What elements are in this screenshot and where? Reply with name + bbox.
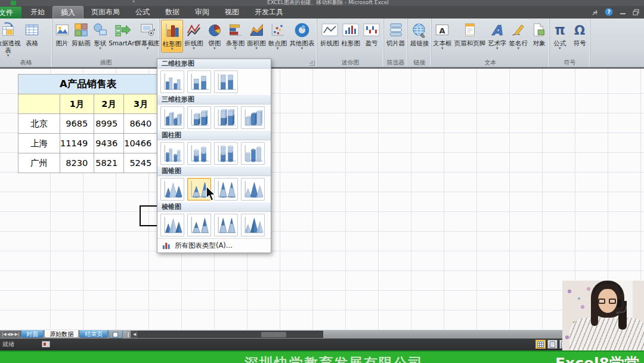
button-折线图[interactable]: 折线图▾ — [183, 20, 205, 51]
three-d-cylinder-icon[interactable] — [241, 142, 265, 165]
button-盈亏[interactable]: 盈亏 — [361, 20, 382, 47]
data-cell[interactable]: 11149 — [60, 134, 94, 153]
tab-6[interactable]: 审阅 — [187, 6, 217, 19]
page-layout-view-button[interactable] — [547, 340, 558, 349]
button-屏幕截图[interactable]: 屏幕截图▾ — [136, 20, 159, 51]
sheet-tab-结束页[interactable]: 结束页 — [79, 330, 108, 338]
three-d-pyramid-icon[interactable] — [241, 214, 265, 236]
clustered-pyramid-icon[interactable] — [160, 214, 184, 236]
stacked100-pyramid-icon[interactable] — [214, 214, 238, 236]
data-cell[interactable]: 9436 — [94, 134, 124, 153]
worksheet-grid[interactable]: A产品销售表 1月2月3月 北京968589958640上海1114994361… — [0, 67, 644, 330]
scroll-left-icon[interactable]: ◀ — [131, 331, 138, 338]
clustered-cone-icon[interactable] — [160, 178, 184, 201]
button-饼图[interactable]: 饼图▾ — [205, 20, 225, 51]
column-header-2月[interactable]: 2月 — [94, 94, 124, 114]
insert-worksheet-tab[interactable] — [109, 331, 123, 339]
dropdown-arrow-icon[interactable]: ▾ — [234, 47, 237, 51]
table-corner-cell[interactable] — [18, 94, 60, 114]
last-sheet-icon[interactable]: ▶| — [15, 331, 20, 338]
tab-3[interactable]: 页面布局 — [83, 6, 128, 19]
button-页眉和页脚[interactable]: 页眉和页脚 — [453, 20, 487, 47]
button-剪贴画[interactable]: 剪贴画 — [72, 20, 91, 47]
tab-file[interactable]: 文件 — [0, 7, 21, 19]
sheet-tab-封面[interactable]: 封面 — [21, 330, 44, 338]
stacked-3d-column-icon[interactable] — [187, 106, 211, 129]
button-形状[interactable]: 形状▾ — [91, 20, 110, 51]
button-超链接[interactable]: 超链接 — [409, 20, 431, 47]
data-cell[interactable]: 9685 — [60, 114, 94, 134]
next-sheet-icon[interactable]: ▶ — [11, 331, 14, 338]
data-cell[interactable]: 5821 — [94, 153, 124, 173]
tab-7[interactable]: 视图 — [217, 6, 247, 19]
clustered-column-icon[interactable] — [160, 70, 184, 93]
dropdown-arrow-icon[interactable]: ▾ — [171, 47, 174, 51]
data-cell[interactable]: 10466 — [124, 134, 158, 153]
row-label-广州[interactable]: 广州 — [18, 153, 60, 173]
tab-1[interactable]: 开始 — [23, 6, 52, 19]
data-cell[interactable]: 8995 — [94, 114, 124, 134]
data-cell[interactable]: 8640 — [124, 114, 158, 134]
stacked-cylinder-icon[interactable] — [187, 142, 211, 165]
minimize-window-icon[interactable] — [618, 8, 627, 16]
stacked-column-icon[interactable] — [187, 70, 211, 93]
button-签名行[interactable]: 签名行▾ — [508, 20, 530, 51]
dropdown-arrow-icon[interactable]: ▾ — [277, 47, 279, 51]
button-图片[interactable]: 图片 — [52, 20, 72, 47]
stacked100-cone-icon[interactable] — [214, 178, 238, 201]
help-icon[interactable]: ? — [605, 8, 613, 16]
tab-5[interactable]: 数据 — [157, 6, 187, 19]
all-chart-types-item[interactable]: 所有图表类型(A)... — [157, 238, 271, 252]
sheet-tab-原始数据[interactable]: 原始数据 — [44, 330, 79, 338]
button-切片器[interactable]: 切片器 — [385, 20, 407, 47]
button-符号[interactable]: Ω符号 — [570, 20, 590, 47]
dropdown-arrow-icon[interactable]: ▾ — [255, 47, 258, 51]
column-header-1月[interactable]: 1月 — [60, 94, 94, 114]
button-艺术字[interactable]: A艺术字▾ — [487, 20, 508, 51]
button-文本框[interactable]: A文本框▾ — [432, 20, 453, 51]
stacked100-column-icon[interactable] — [214, 70, 238, 93]
dropdown-arrow-icon[interactable]: ▾ — [517, 47, 519, 51]
row-label-上海[interactable]: 上海 — [18, 134, 60, 153]
stacked-pyramid-icon[interactable] — [187, 214, 211, 236]
row-label-北京[interactable]: 北京 — [18, 114, 60, 134]
three-d-column-icon[interactable] — [241, 106, 265, 129]
column-header-3月[interactable]: 3月 — [124, 94, 158, 114]
button-条形图[interactable]: 条形图▾ — [225, 20, 246, 51]
dialog-launcher-icon[interactable]: ◿ — [309, 60, 315, 66]
prev-sheet-icon[interactable]: ◀ — [7, 331, 10, 338]
clustered-cylinder-icon[interactable] — [160, 142, 184, 165]
three-d-cone-icon[interactable] — [241, 178, 265, 201]
scrollbar-thumb[interactable] — [261, 332, 286, 337]
normal-view-button[interactable] — [535, 340, 546, 349]
dropdown-arrow-icon[interactable]: ▾ — [213, 47, 216, 51]
button-公式[interactable]: π公式▾ — [550, 20, 570, 51]
button-SmartArt[interactable]: SmartArt — [110, 20, 136, 47]
tab-2[interactable]: 插入 — [52, 6, 83, 19]
button-折线图[interactable]: 折线图 — [319, 20, 340, 47]
first-sheet-icon[interactable]: |◀ — [2, 331, 7, 338]
dropdown-arrow-icon[interactable]: ▾ — [147, 47, 149, 51]
stacked100-3d-column-icon[interactable] — [214, 106, 238, 129]
restore-window-icon[interactable] — [632, 8, 640, 16]
button-柱形图[interactable]: 柱形图 — [340, 20, 362, 47]
scrollbar-splitter[interactable] — [127, 331, 129, 338]
button-表格[interactable]: 表格 — [22, 20, 42, 47]
quick-access-toolbar-arrow-icon[interactable]: ▾ — [132, 0, 135, 5]
dropdown-arrow-icon[interactable]: ▾ — [193, 47, 195, 51]
clustered-3d-column-icon[interactable] — [160, 106, 184, 129]
dropdown-arrow-icon[interactable]: ▾ — [441, 47, 444, 51]
pin-ribbon-icon[interactable] — [591, 8, 599, 16]
macro-record-icon[interactable] — [42, 341, 50, 347]
button-对象[interactable]: 对象 — [529, 20, 549, 47]
dropdown-arrow-icon[interactable]: ▾ — [7, 54, 10, 58]
button-数据透视表[interactable]: 数据透视表▾ — [0, 20, 22, 59]
data-cell[interactable]: 8230 — [60, 153, 94, 173]
stacked100-cylinder-icon[interactable] — [214, 142, 238, 165]
data-cell[interactable]: 5245 — [124, 153, 158, 173]
dropdown-arrow-icon[interactable]: ▾ — [301, 47, 303, 51]
dropdown-arrow-icon[interactable]: ▾ — [559, 47, 561, 51]
button-柱形图[interactable]: 柱形图▾ — [161, 20, 184, 53]
sheet-nav-arrows[interactable]: |◀ ◀ ▶ ▶| — [0, 331, 21, 338]
tab-4[interactable]: 公式 — [128, 6, 157, 19]
